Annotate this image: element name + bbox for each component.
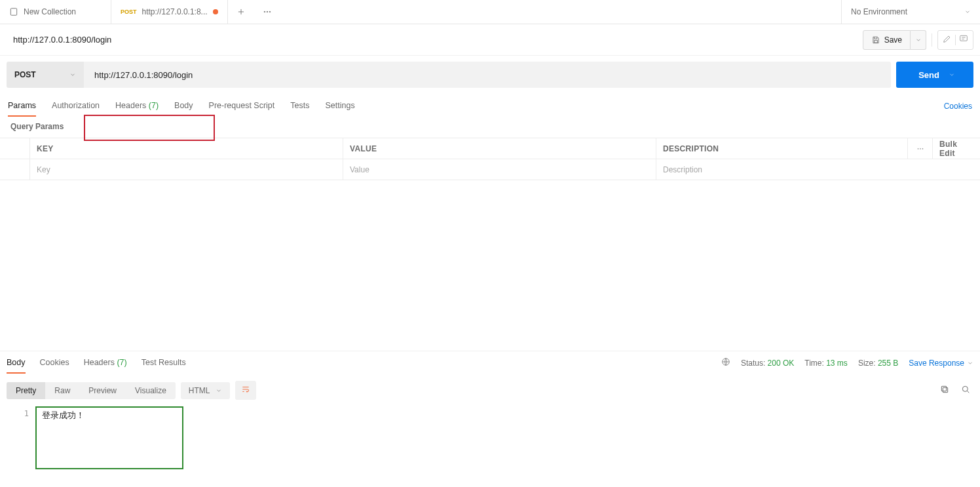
search-button[interactable] bbox=[958, 381, 973, 399]
svg-rect-5 bbox=[960, 35, 968, 41]
network-icon[interactable] bbox=[721, 357, 730, 368]
svg-point-8 bbox=[922, 148, 923, 149]
time-value: 13 ms bbox=[826, 359, 848, 368]
separator bbox=[932, 33, 932, 47]
url-input[interactable] bbox=[94, 70, 880, 80]
edit-button[interactable] bbox=[942, 33, 952, 46]
param-description-input[interactable] bbox=[663, 165, 973, 174]
subtab-params[interactable]: Params bbox=[8, 96, 36, 117]
params-header-options[interactable] bbox=[908, 138, 933, 159]
size-value: 255 B bbox=[878, 359, 898, 368]
comment-button[interactable] bbox=[958, 33, 969, 46]
response-toolbar: Pretty Raw Preview Visualize HTML bbox=[0, 374, 980, 406]
line-number: 1 bbox=[7, 409, 29, 418]
save-icon bbox=[871, 35, 880, 45]
environment-picker[interactable]: No Environment bbox=[841, 0, 980, 24]
url-input-wrap bbox=[84, 62, 891, 88]
resptab-body[interactable]: Body bbox=[7, 353, 26, 374]
size-label: Size: bbox=[858, 359, 876, 368]
time-label: Time: bbox=[804, 359, 824, 368]
bulk-edit-button[interactable]: Bulk Edit bbox=[933, 138, 980, 159]
view-visualize[interactable]: Visualize bbox=[126, 382, 176, 399]
svg-rect-4 bbox=[874, 40, 877, 43]
separator bbox=[955, 35, 956, 45]
status-value: 200 OK bbox=[768, 359, 795, 368]
time-group: Time: 13 ms bbox=[804, 359, 848, 368]
subtab-body[interactable]: Body bbox=[174, 96, 193, 117]
language-select[interactable]: HTML bbox=[181, 382, 230, 399]
response-code[interactable]: 登录成功！ bbox=[35, 406, 183, 469]
tabstrip: New Collection POST http://127.0.0.1:8..… bbox=[0, 0, 980, 24]
chevron-down-icon bbox=[949, 71, 955, 78]
subtab-tests[interactable]: Tests bbox=[290, 96, 309, 117]
send-button[interactable]: Send bbox=[896, 62, 973, 88]
svg-rect-11 bbox=[941, 386, 946, 391]
resptab-headers[interactable]: Headers (7) bbox=[84, 353, 127, 374]
params-header-row: KEY VALUE DESCRIPTION Bulk Edit bbox=[0, 138, 980, 159]
save-response-button[interactable]: Save Response bbox=[909, 359, 973, 368]
params-header-handle bbox=[0, 138, 30, 159]
subtab-settings[interactable]: Settings bbox=[325, 96, 354, 117]
response-meta: Status: 200 OK Time: 13 ms Size: 255 B S… bbox=[721, 357, 973, 368]
param-value-input[interactable] bbox=[350, 165, 649, 174]
url-row: POST Send bbox=[0, 56, 980, 94]
resptab-cookies[interactable]: Cookies bbox=[40, 353, 69, 374]
response-body: 1 登录成功！ bbox=[0, 406, 980, 476]
save-button[interactable]: Save bbox=[863, 30, 911, 50]
resptab-testresults[interactable]: Test Results bbox=[141, 353, 186, 374]
tab-collection[interactable]: New Collection bbox=[0, 0, 111, 24]
cookies-link[interactable]: Cookies bbox=[944, 102, 972, 111]
search-icon bbox=[960, 384, 971, 395]
request-empty-space bbox=[0, 180, 980, 351]
request-name: http://127.0.0.1:8090/login bbox=[13, 35, 111, 45]
more-icon bbox=[916, 144, 925, 153]
size-group: Size: 255 B bbox=[858, 359, 898, 368]
method-value: POST bbox=[14, 70, 36, 79]
subtab-headers-count: (7) bbox=[149, 101, 159, 110]
chevron-down-icon bbox=[964, 9, 971, 15]
copy-button[interactable] bbox=[937, 381, 952, 399]
params-header-key: KEY bbox=[30, 138, 343, 159]
tab-add-button[interactable] bbox=[228, 0, 254, 24]
titlebar: http://127.0.0.1:8090/login Save bbox=[0, 24, 980, 56]
tab-request[interactable]: POST http://127.0.0.1:8... bbox=[111, 0, 228, 24]
line-gutter: 1 bbox=[7, 406, 35, 469]
params-header-description: DESCRIPTION bbox=[656, 138, 908, 159]
view-preview[interactable]: Preview bbox=[79, 382, 126, 399]
file-icon bbox=[9, 7, 18, 16]
svg-point-2 bbox=[267, 11, 268, 12]
view-raw[interactable]: Raw bbox=[45, 382, 79, 399]
tab-request-label: http://127.0.0.1:8... bbox=[142, 7, 208, 16]
send-label: Send bbox=[918, 70, 939, 80]
subtab-headers-label: Headers bbox=[115, 101, 146, 110]
save-label: Save bbox=[884, 35, 902, 45]
status-label: Status: bbox=[741, 359, 765, 368]
chevron-down-icon bbox=[216, 387, 222, 394]
method-select[interactable]: POST bbox=[7, 62, 84, 88]
resptab-headers-count: (7) bbox=[117, 358, 126, 367]
tab-method-badge: POST bbox=[121, 9, 137, 15]
save-options-button[interactable] bbox=[911, 30, 926, 50]
environment-label: No Environment bbox=[851, 7, 907, 16]
params-row-handle[interactable] bbox=[0, 159, 30, 180]
chevron-down-icon bbox=[69, 71, 76, 78]
request-subtabs: Params Authorization Headers (7) Body Pr… bbox=[0, 94, 980, 118]
param-key-input[interactable] bbox=[37, 165, 336, 174]
tab-dirty-indicator bbox=[213, 9, 218, 14]
svg-point-3 bbox=[269, 11, 271, 12]
subtab-prerequest[interactable]: Pre-request Script bbox=[209, 96, 275, 117]
subtab-authorization[interactable]: Authorization bbox=[52, 96, 100, 117]
edit-group bbox=[937, 30, 973, 50]
tab-overflow-button[interactable] bbox=[254, 0, 280, 24]
svg-rect-10 bbox=[943, 387, 947, 392]
save-response-label: Save Response bbox=[909, 359, 964, 368]
view-pretty[interactable]: Pretty bbox=[7, 382, 45, 399]
svg-point-1 bbox=[264, 11, 265, 12]
query-params-heading: Query Params bbox=[0, 118, 980, 138]
chevron-down-icon bbox=[915, 37, 922, 43]
subtab-headers[interactable]: Headers (7) bbox=[115, 96, 159, 117]
wrap-lines-button[interactable] bbox=[235, 381, 256, 400]
response-tabs: Body Cookies Headers (7) Test Results St… bbox=[0, 351, 980, 374]
wrap-icon bbox=[240, 385, 251, 394]
svg-point-7 bbox=[920, 148, 921, 149]
